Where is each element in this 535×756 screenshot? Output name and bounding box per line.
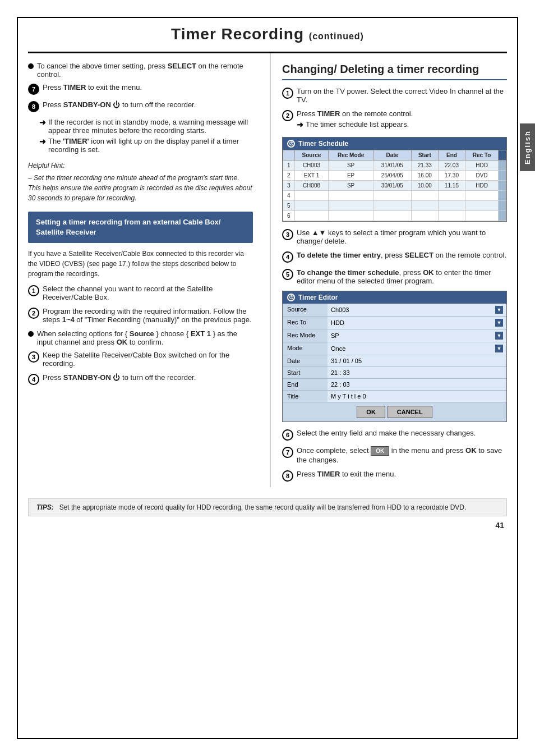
- page-border-left: [17, 17, 18, 739]
- sub-step2-text: Program the recording with the required …: [43, 307, 253, 324]
- when-selecting-bullet: When selecting options for { Source } ch…: [28, 329, 253, 346]
- editor-row: End22 : 03: [283, 379, 506, 391]
- page-header: Timer Recording (continued): [28, 0, 507, 53]
- editor-value: 22 : 03: [328, 379, 506, 390]
- editor-value: Ch003▼: [328, 304, 506, 316]
- arrow2-text: The 'TIMER' icon will light up on the di…: [48, 137, 253, 154]
- arrow-icon2: ➜: [39, 137, 46, 146]
- right-step8-circle: 8: [282, 470, 293, 482]
- col-recto: Rec To: [465, 150, 499, 161]
- right-step5: 5 To change the timer schedule, press OK…: [282, 268, 507, 285]
- dropdown-arrow-icon[interactable]: ▼: [495, 319, 503, 327]
- blue-box: Setting a timer recording from an extern…: [28, 212, 253, 243]
- helpful-hint: Helpful Hint: – Set the timer recording …: [28, 161, 253, 203]
- right-step2: 2 Press TIMER on the remote control. ➜ T…: [282, 109, 507, 131]
- right-step7-text: Once complete, select OK in the menu and…: [297, 446, 507, 464]
- editor-label: Title: [283, 391, 328, 402]
- tips-text: Set the appropriate mode of record quali…: [59, 503, 467, 511]
- dropdown-arrow-icon[interactable]: ▼: [495, 332, 503, 340]
- tips-label: TIPS:: [36, 503, 54, 511]
- timer-schedule-box: ⏱ Timer Schedule Source Rec Mode Date St…: [282, 137, 507, 222]
- right-step6: 6 Select the entry field and make the ne…: [282, 429, 507, 441]
- right-step7-circle: 7: [282, 447, 293, 458]
- timer-editor-header: ⏱ Timer Editor: [283, 291, 506, 304]
- sub-step3-text: Keep the Satellite Receiver/Cable Box sw…: [43, 351, 253, 368]
- editor-label: Mode: [283, 342, 328, 355]
- right-step6-text: Select the entry field and make the nece…: [297, 429, 507, 437]
- right-step4: 4 To delete the timer entry, press SELEC…: [282, 251, 507, 263]
- page-number: 41: [0, 516, 535, 533]
- table-row: 6: [283, 211, 506, 221]
- blue-box-title: Setting a timer recording from an extern…: [36, 217, 245, 237]
- right-step3: 3 Use ▲▼ keys to select a timer program …: [282, 228, 507, 245]
- tips-box: TIPS: Set the appropriate mode of record…: [28, 498, 507, 516]
- col-date: Date: [373, 150, 411, 161]
- editor-row: TitleM y T i t l e 0: [283, 391, 506, 402]
- editor-label: Source: [283, 304, 328, 316]
- dropdown-arrow-icon[interactable]: ▼: [495, 306, 503, 314]
- timer-editor-icon: ⏱: [287, 294, 295, 301]
- cancel-timer-bullet: To cancel the above timer setting, press…: [28, 62, 253, 79]
- r2-arrow-text: The timer schedule list appears.: [306, 120, 409, 129]
- editor-value: Once▼: [328, 342, 506, 355]
- timer-schedule-title: Timer Schedule: [298, 140, 348, 148]
- right-step5-text: To change the timer schedule, press OK t…: [297, 268, 507, 285]
- right-step2-text: Press TIMER on the remote control. ➜ The…: [297, 109, 507, 131]
- left-column: To cancel the above timer setting, press…: [28, 53, 259, 487]
- timer-schedule-table: Source Rec Mode Date Start End Rec To 1C…: [283, 150, 506, 221]
- ok-button[interactable]: OK: [357, 406, 385, 418]
- page-border-top: [17, 17, 518, 18]
- table-row: 1CH003SP31/01/0521.3322.03HDD: [283, 161, 506, 171]
- title-text: Timer Recording: [171, 25, 304, 43]
- main-content: To cancel the above timer setting, press…: [0, 53, 535, 487]
- step7: 7 Press TIMER to exit the menu.: [28, 83, 253, 95]
- sub-step4-text: Press STANDBY-ON ⏻ to turn off the recor…: [43, 373, 253, 382]
- right-step2-circle: 2: [282, 110, 293, 121]
- editor-row: Rec ToHDD▼: [283, 317, 506, 329]
- timer-editor-box: ⏱ Timer Editor SourceCh003▼Rec ToHDD▼Rec…: [282, 291, 507, 422]
- right-step5-circle: 5: [282, 269, 293, 280]
- editor-row: Start21 : 33: [283, 367, 506, 379]
- editor-label: Start: [283, 367, 328, 378]
- ok-inline-button: OK: [371, 446, 389, 456]
- step8-circle: 8: [28, 101, 39, 112]
- dropdown-arrow-icon[interactable]: ▼: [495, 345, 503, 352]
- continued-text: (continued): [309, 31, 364, 41]
- editor-row: SourceCh003▼: [283, 304, 506, 317]
- sub-step1-circle: 1: [28, 285, 39, 296]
- when-selecting-text: When selecting options for { Source } ch…: [37, 329, 253, 346]
- sub-step4: 4 Press STANDBY-ON ⏻ to turn off the rec…: [28, 373, 253, 385]
- cancel-button[interactable]: CANCEL: [388, 406, 432, 418]
- right-step3-text: Use ▲▼ keys to select a timer program wh…: [297, 228, 507, 245]
- bullet-dot2: [28, 331, 34, 337]
- sub-step4-circle: 4: [28, 374, 39, 385]
- table-row: 3CH008SP30/01/0510.0011.15HDD: [283, 181, 506, 191]
- timer-schedule-icon: ⏱: [287, 140, 295, 148]
- right-step1-circle: 1: [282, 88, 293, 99]
- right-step1: 1 Turn on the TV power. Select the corre…: [282, 87, 507, 104]
- sub-step3-circle: 3: [28, 351, 39, 363]
- table-row: 2EXT 1EP25/04/0516.0017.30DVD: [283, 171, 506, 181]
- step8: 8 Press STANDBY-ON ⏻ to turn off the rec…: [28, 100, 253, 112]
- sub-step2: 2 Program the recording with the require…: [28, 307, 253, 324]
- r2-arrow-icon: ➜: [297, 120, 303, 129]
- editor-buttons-row: OKCANCEL: [283, 402, 506, 421]
- right-step6-circle: 6: [282, 429, 293, 441]
- editor-label: Rec To: [283, 317, 328, 329]
- editor-label: End: [283, 379, 328, 390]
- editor-row: Date31 / 01 / 05: [283, 355, 506, 367]
- arrow2: ➜ The 'TIMER' icon will light up on the …: [39, 137, 253, 154]
- table-row: 5: [283, 201, 506, 211]
- col-recmode: Rec Mode: [329, 150, 373, 161]
- editor-row: Rec ModeSP▼: [283, 329, 506, 342]
- sub-step1: 1 Select the channel you want to record …: [28, 285, 253, 301]
- page-border-bottom: [17, 738, 518, 739]
- table-row: 4: [283, 191, 506, 201]
- col-start: Start: [411, 150, 438, 161]
- cancel-timer-text: To cancel the above timer setting, press…: [37, 62, 253, 79]
- helpful-hint-body: – Set the timer recording one minute ahe…: [28, 173, 253, 203]
- page-border-right: [517, 17, 518, 739]
- right-step3-circle: 3: [282, 229, 293, 240]
- right-column: Changing/ Deleting a timer recording 1 T…: [270, 53, 507, 487]
- editor-value: SP▼: [328, 329, 506, 342]
